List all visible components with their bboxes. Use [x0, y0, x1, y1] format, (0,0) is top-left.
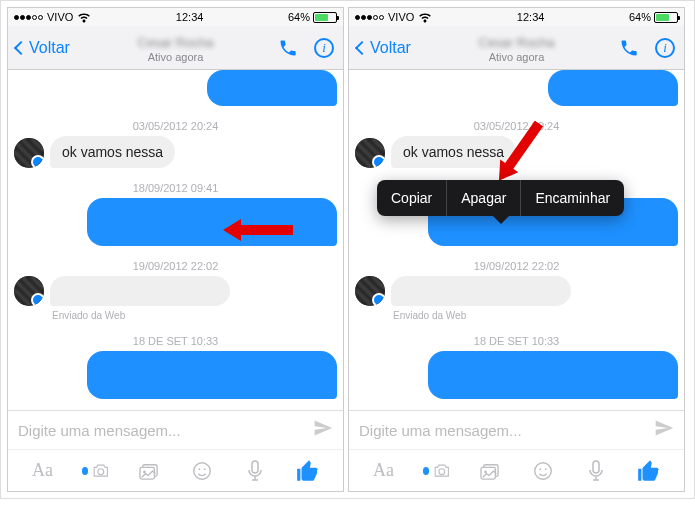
bottom-toolbar: Aa [349, 449, 684, 491]
incoming-bubble[interactable] [50, 276, 230, 306]
timestamp: 18 DE SET 10:33 [8, 335, 343, 347]
phone-icon [278, 38, 298, 58]
wifi-icon [77, 12, 91, 23]
timestamp: 03/05/2012 20:24 [8, 120, 343, 132]
phone-icon [619, 38, 639, 58]
battery-icon [654, 12, 678, 23]
like-button[interactable] [294, 457, 322, 485]
screenshot-pair: VIVO 12:34 64% Voltar Cesar Rocha Ativo … [0, 0, 695, 499]
microphone-icon [247, 460, 263, 482]
emoji-button[interactable] [188, 457, 216, 485]
avatar[interactable] [14, 138, 44, 168]
menu-copy[interactable]: Copiar [377, 180, 447, 216]
battery-percent: 64% [629, 11, 651, 23]
outgoing-bubble[interactable] [87, 351, 337, 399]
text-format-button[interactable]: Aa [29, 457, 57, 485]
thumbs-up-icon [636, 458, 662, 484]
info-button[interactable]: i [654, 37, 676, 59]
avatar[interactable] [14, 276, 44, 306]
carrier-label: VIVO [47, 11, 73, 23]
timestamp: 03/05/2012 20:24 [349, 120, 684, 132]
menu-forward[interactable]: Encaminhar [521, 180, 624, 216]
status-bar: VIVO 12:34 64% [349, 8, 684, 26]
incoming-bubble[interactable]: ok vamos nessa [391, 136, 516, 168]
phone-left: VIVO 12:34 64% Voltar Cesar Rocha Ativo … [7, 7, 344, 492]
info-button[interactable]: i [313, 37, 335, 59]
battery-percent: 64% [288, 11, 310, 23]
text-format-button[interactable]: Aa [370, 457, 398, 485]
message-input[interactable]: Digite uma mensagem... [18, 422, 313, 439]
back-button[interactable]: Voltar [16, 39, 70, 57]
sent-via-web: Enviado da Web [393, 310, 684, 321]
microphone-icon [588, 460, 604, 482]
send-button[interactable] [313, 418, 333, 442]
gallery-button[interactable] [476, 457, 504, 485]
svg-point-11 [484, 470, 487, 473]
svg-point-4 [194, 462, 211, 479]
svg-point-13 [539, 468, 541, 470]
phone-right: VIVO 12:34 64% Voltar Cesar Rocha Ativo … [348, 7, 685, 492]
svg-rect-15 [593, 461, 599, 473]
bottom-toolbar: Aa [8, 449, 343, 491]
outgoing-bubble[interactable] [428, 351, 678, 399]
clock: 12:34 [176, 11, 204, 23]
timestamp: 19/09/2012 22:02 [349, 260, 684, 272]
back-label: Voltar [370, 39, 411, 57]
camera-icon [92, 462, 110, 480]
paper-plane-icon [313, 418, 333, 438]
smiley-icon [191, 460, 213, 482]
clock: 12:34 [517, 11, 545, 23]
message-input-bar: Digite uma mensagem... [349, 410, 684, 449]
carrier-label: VIVO [388, 11, 414, 23]
avatar[interactable] [355, 276, 385, 306]
camera-icon [433, 462, 451, 480]
call-button[interactable] [618, 37, 640, 59]
svg-point-6 [204, 468, 206, 470]
outgoing-bubble[interactable] [207, 70, 337, 106]
camera-dot-icon [423, 467, 429, 475]
svg-point-14 [545, 468, 547, 470]
thumbs-up-icon [295, 458, 321, 484]
back-button[interactable]: Voltar [357, 39, 411, 57]
nav-header: Voltar Cesar Rocha Ativo agora i [8, 26, 343, 70]
gallery-button[interactable] [135, 457, 163, 485]
contact-name: Cesar Rocha [138, 35, 214, 50]
svg-point-0 [98, 468, 104, 474]
gallery-icon [479, 462, 501, 480]
back-label: Voltar [29, 39, 70, 57]
camera-button[interactable] [423, 457, 451, 485]
svg-point-5 [198, 468, 200, 470]
voice-button[interactable] [241, 457, 269, 485]
incoming-bubble[interactable] [391, 276, 571, 306]
like-button[interactable] [635, 457, 663, 485]
signal-dots-icon [355, 15, 384, 20]
camera-dot-icon [82, 467, 88, 475]
info-icon: i [655, 38, 675, 58]
voice-button[interactable] [582, 457, 610, 485]
chevron-left-icon [355, 40, 369, 54]
send-button[interactable] [654, 418, 674, 442]
outgoing-bubble[interactable] [87, 198, 337, 246]
smiley-icon [532, 460, 554, 482]
wifi-icon [418, 12, 432, 23]
battery-icon [313, 12, 337, 23]
avatar[interactable] [355, 138, 385, 168]
svg-point-12 [535, 462, 552, 479]
info-icon: i [314, 38, 334, 58]
chevron-left-icon [14, 40, 28, 54]
chat-body: 03/05/2012 20:24 ok vamos nessa 18/09/20… [349, 70, 684, 410]
timestamp: 18/09/2012 09:41 [8, 182, 343, 194]
outgoing-bubble[interactable] [548, 70, 678, 106]
timestamp: 18 DE SET 10:33 [349, 335, 684, 347]
svg-point-3 [143, 470, 146, 473]
nav-header: Voltar Cesar Rocha Ativo agora i [349, 26, 684, 70]
emoji-button[interactable] [529, 457, 557, 485]
menu-delete[interactable]: Apagar [447, 180, 521, 216]
incoming-bubble[interactable]: ok vamos nessa [50, 136, 175, 168]
message-input[interactable]: Digite uma mensagem... [359, 422, 654, 439]
camera-button[interactable] [82, 457, 110, 485]
context-menu: Copiar Apagar Encaminhar [377, 180, 624, 216]
svg-point-8 [439, 468, 445, 474]
timestamp: 19/09/2012 22:02 [8, 260, 343, 272]
call-button[interactable] [277, 37, 299, 59]
